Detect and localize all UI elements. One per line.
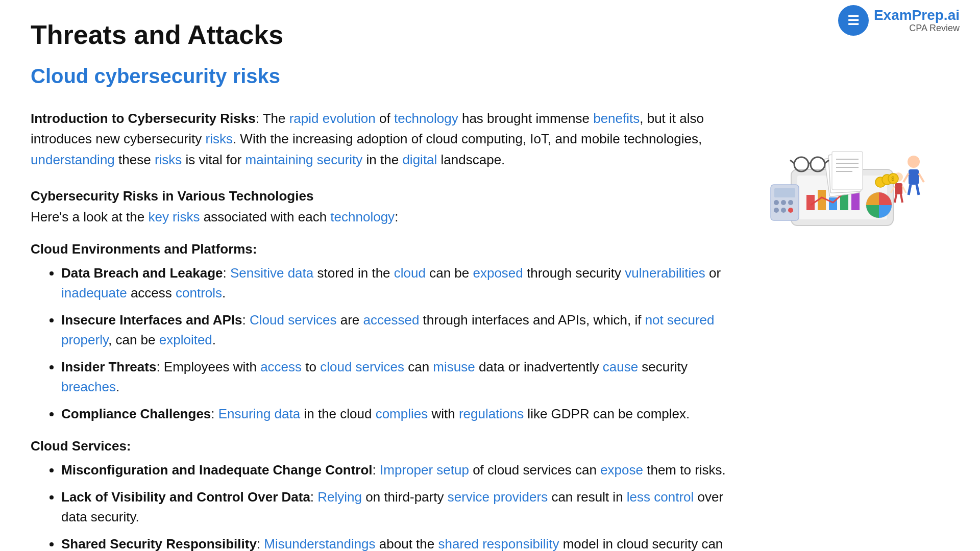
cs1-end: them to risks. — [643, 462, 726, 478]
link-less-control: less control — [627, 489, 694, 505]
cs-bold-1: Misconfiguration and Inadequate Change C… — [61, 462, 373, 478]
list-item: Insecure Interfaces and APIs: Cloud serv… — [61, 310, 745, 350]
risks-heading: Cybersecurity Risks in Various Technolog… — [31, 188, 745, 204]
link-cloud-services-2: cloud services — [320, 359, 404, 374]
intro-of: of — [376, 111, 394, 126]
content-area: Introduction to Cybersecurity Risks: The… — [31, 108, 949, 551]
list-item: Insider Threats: Employees with access t… — [61, 357, 745, 397]
risks-intro: Here's a look at the key risks associate… — [31, 207, 745, 227]
link-vulnerabilities: vulnerabilities — [625, 265, 705, 281]
link-rapid-evolution: rapid evolution — [289, 111, 376, 126]
svg-line-40 — [901, 194, 902, 203]
bullet-bold-2: Insecure Interfaces and APIs — [61, 312, 242, 328]
svg-line-38 — [902, 186, 906, 193]
b3-mid1: to — [302, 359, 320, 374]
illustration-svg: $ — [761, 118, 934, 231]
svg-point-4 — [774, 200, 779, 205]
b1-access: access — [127, 285, 176, 300]
link-cause: cause — [603, 359, 638, 374]
risks-intro-colon: : — [395, 209, 398, 224]
svg-rect-3 — [774, 188, 795, 197]
svg-point-29 — [908, 156, 920, 168]
svg-line-39 — [895, 194, 896, 203]
svg-rect-36 — [895, 183, 902, 194]
link-understanding: understanding — [31, 152, 115, 167]
cs-bold-3: Shared Security Responsibility — [61, 536, 257, 551]
link-exposed: exposed — [473, 265, 523, 281]
link-ensuring-data: Ensuring data — [218, 406, 300, 421]
logo-name: ExamPrep.ai — [874, 8, 960, 23]
cs2-mid2: can result in — [548, 489, 627, 505]
b2-mid2: through interfaces and APIs, which, if — [419, 312, 645, 328]
svg-line-33 — [909, 185, 911, 195]
link-exploited: exploited — [159, 332, 212, 347]
link-service-providers: service providers — [448, 489, 548, 505]
cs3-colon: : — [257, 536, 264, 551]
link-expose: expose — [600, 462, 643, 478]
risks-intro-end: associated with each — [200, 209, 331, 224]
link-access: access — [260, 359, 302, 374]
b4-colon: : — [211, 406, 218, 421]
main-content: Threats and Attacks Cloud cybersecurity … — [0, 0, 980, 551]
svg-line-27 — [790, 160, 794, 163]
svg-point-6 — [788, 200, 793, 205]
svg-point-5 — [781, 200, 786, 205]
b1-end: through security — [523, 265, 625, 281]
cloud-services-block: Cloud Services: Misconfiguration and Ina… — [31, 438, 745, 551]
b2-mid1: are — [337, 312, 363, 328]
cs3-mid1: about the — [376, 536, 438, 551]
bullet-bold-4: Compliance Challenges — [61, 406, 211, 421]
link-key-risks: key risks — [148, 209, 200, 224]
cs1-colon: : — [373, 462, 380, 478]
cs2-colon: : — [310, 489, 317, 505]
logo-icon: ☰ — [838, 5, 869, 36]
logo-icon-text: ☰ — [847, 13, 859, 29]
page-title: Threats and Attacks — [31, 20, 949, 49]
link-risks-2: risks — [155, 152, 182, 167]
cloud-env-block: Cloud Environments and Platforms: Data B… — [31, 241, 745, 424]
b3-end2: security — [638, 359, 688, 374]
logo-text-container: ExamPrep.ai CPA Review — [874, 8, 960, 34]
b2-end: , can be — [108, 332, 159, 347]
link-misunderstandings: Misunderstandings — [264, 536, 375, 551]
b1-mid1: stored in the — [313, 265, 394, 281]
b3-end: data or inadvertently — [475, 359, 603, 374]
b4-mid1: in the cloud — [300, 406, 375, 421]
cs1-mid1: of cloud services can — [469, 462, 600, 478]
risks-intro-text: Here's a look at the — [31, 209, 148, 224]
b2-colon: : — [242, 312, 250, 328]
b4-end: like GDPR can be complex. — [524, 406, 690, 421]
logo-area: ☰ ExamPrep.ai CPA Review — [838, 5, 960, 36]
cloud-env-list: Data Breach and Leakage: Sensitive data … — [31, 263, 745, 424]
link-maintaining-security: maintaining security — [246, 152, 363, 167]
list-item: Misconfiguration and Inadequate Change C… — [61, 460, 745, 480]
svg-line-34 — [917, 185, 919, 195]
bullet-1-colon: : — [223, 265, 230, 281]
link-regulations: regulations — [459, 406, 524, 421]
link-technology-1: technology — [394, 111, 458, 126]
list-item: Data Breach and Leakage: Sensitive data … — [61, 263, 745, 303]
intro-label: Introduction to Cybersecurity Risks — [31, 111, 256, 126]
list-item: Lack of Visibility and Control Over Data… — [61, 487, 745, 527]
link-misuse: misuse — [433, 359, 475, 374]
b4-mid2: with — [428, 406, 459, 421]
link-improper-setup: Improper setup — [380, 462, 469, 478]
cs2-mid1: on third-party — [362, 489, 448, 505]
intro-paragraph: Introduction to Cybersecurity Risks: The… — [31, 108, 745, 170]
intro-mid: . With the increasing adoption of cloud … — [233, 131, 702, 146]
b1-or: or — [705, 265, 721, 281]
illustration: $ — [761, 118, 934, 231]
link-cloud-1: cloud — [394, 265, 426, 281]
link-technology-2: technology — [330, 209, 395, 224]
link-inadequate: inadequate — [61, 285, 127, 300]
svg-line-31 — [903, 173, 909, 182]
link-complies: complies — [376, 406, 428, 421]
text-column: Introduction to Cybersecurity Risks: The… — [31, 108, 745, 551]
risks-section-block: Cybersecurity Risks in Various Technolog… — [31, 188, 745, 227]
logo-subtitle: CPA Review — [874, 23, 960, 34]
cloud-env-title-text: Cloud Environments and Platforms — [31, 241, 253, 257]
list-item: Shared Security Responsibility: Misunder… — [61, 534, 745, 551]
intro-colon: : The — [256, 111, 289, 126]
svg-point-8 — [781, 208, 786, 213]
svg-rect-30 — [909, 169, 919, 185]
